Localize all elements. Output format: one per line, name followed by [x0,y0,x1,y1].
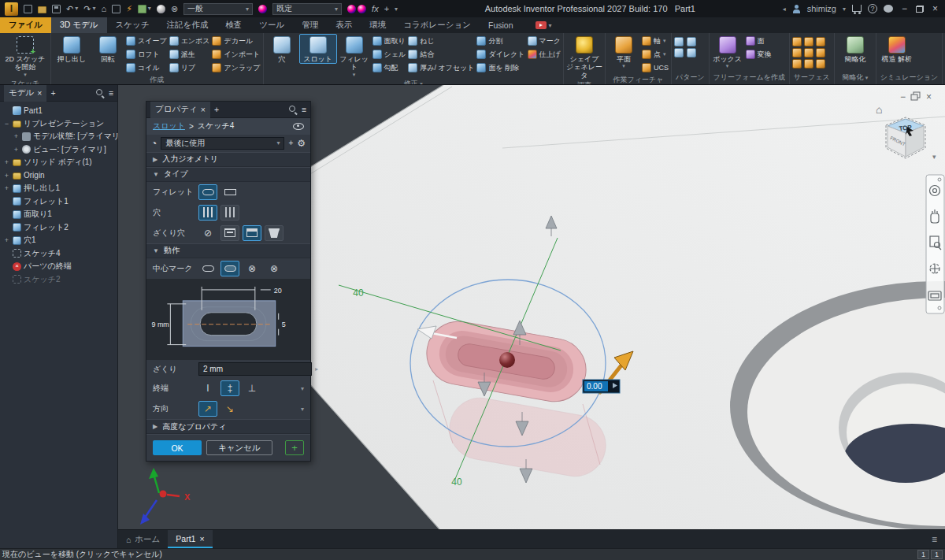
image-button[interactable]: ▾ [138,5,151,13]
stress-analysis-button[interactable]: 構造 解析 [879,35,915,63]
direction-default-toggle[interactable]: ↗ [198,401,217,417]
ruled-surface-icon[interactable] [816,48,825,57]
breadcrumb-slot-link[interactable]: スロット [153,121,185,132]
doc-minimize-icon[interactable]: − [900,91,906,102]
tree-item-model-state[interactable]: +モデル状態: [プライマリ] [3,130,117,143]
navigation-bar[interactable] [926,175,944,313]
tree-item-part1[interactable]: Part1 [3,104,117,117]
properties-search-icon[interactable] [289,106,298,114]
delete-face-button[interactable]: 面を 削除 [476,61,524,74]
viewcube-home-icon[interactable]: ⌂ [876,103,882,116]
tree-item-representations[interactable]: −リプレゼンテーション [3,117,117,131]
group-label-simplify[interactable]: 簡略化 ▾ [837,72,873,84]
sketch-pattern-icon[interactable] [687,48,696,57]
preset-dropdown[interactable]: 最後に使用▾ [161,137,284,150]
patch-icon[interactable] [804,37,813,46]
unwrap-button[interactable]: アンラップ [212,61,260,74]
paste-button[interactable] [112,5,120,13]
tab-collaborate[interactable]: コラボレーション [395,17,480,33]
color-sphere-icon[interactable] [258,5,267,13]
countersink-toggle[interactable] [265,225,284,241]
dimension-label-b[interactable]: 40 [451,477,462,488]
offset-value[interactable]: 0.00 [587,382,602,391]
termination-through-toggle[interactable]: Ι [198,380,217,396]
fillet-button[interactable]: フィレット▾ [339,35,370,78]
browser-add-tab-button[interactable]: + [50,88,55,98]
material-sphere-icon[interactable] [157,5,165,13]
tree-item-extrusion1[interactable]: +押し出し1 [3,182,117,195]
tab-manage[interactable]: 管理 [293,17,327,33]
doc-close-icon[interactable]: × [926,91,932,102]
status-badge-1[interactable]: 1 [917,550,929,559]
browser-menu-icon[interactable]: ≡ [109,88,113,98]
circular-pattern-icon[interactable] [674,48,684,57]
home-tab[interactable]: ⌂ ホーム [118,530,168,548]
group-label-modify[interactable]: 修正 ▾ [266,78,561,85]
stitch-icon[interactable] [792,37,802,46]
termination-midplane-toggle[interactable]: ‡ [220,380,239,396]
offset-value-box[interactable]: 0.00 [583,380,620,393]
trim-icon[interactable] [816,37,825,46]
draft-button[interactable]: 勾配 [372,61,406,74]
user-avatar[interactable] [792,5,801,13]
decal-button[interactable]: デカール [212,35,260,47]
untrim-icon[interactable] [792,59,802,69]
preset-add-button[interactable]: + [288,139,293,147]
centermark-center-toggle[interactable] [220,261,239,276]
centermark-ends-toggle[interactable]: ⊗ [243,261,261,276]
tab-fusion[interactable]: Fusion [480,17,522,33]
sculpt-icon[interactable] [804,48,813,57]
tab-environments[interactable]: 環境 [361,17,395,33]
tree-item-hole1[interactable]: +穴1 [3,234,117,247]
tab-tools[interactable]: ツール [250,17,293,33]
direction-flip-toggle[interactable]: ↘ [220,401,239,417]
inventor-app-icon[interactable]: I [5,2,18,16]
close-button[interactable]: × [930,3,940,14]
combine-button[interactable]: 結合 [408,48,474,61]
tree-item-view[interactable]: +ビュー: [プライマリ] [3,143,117,157]
counterbore-toggle[interactable] [243,225,261,241]
hole-button[interactable]: 穴 [266,35,298,63]
spotface-toggle[interactable] [220,225,239,241]
coil-button[interactable]: コイル [126,61,167,74]
fit-mesh-icon[interactable] [816,59,825,69]
ok-button[interactable]: OK [153,440,202,455]
dimension-label-a[interactable]: 40 [353,287,364,299]
section-behavior[interactable]: ▼動作 [146,243,310,258]
direct-button[interactable]: ダイレクト [476,48,524,61]
freeform-face-button[interactable]: 面 [746,35,772,47]
slot-inner-dim[interactable]: 5 [282,320,286,328]
tab-annotate[interactable]: 注記を作成 [158,17,217,33]
hole-depth-toggle[interactable] [220,205,239,221]
section-type[interactable]: ▼タイプ [146,167,310,182]
ucs-button[interactable]: UCS [642,61,669,74]
add-quick-access-button[interactable]: + [384,5,389,13]
rectangular-pattern-icon[interactable] [674,37,684,46]
browser-tab-model[interactable]: モデル × [4,85,46,102]
tab-view[interactable]: 表示 [327,17,361,33]
tree-item-sketch2[interactable]: スケッチ2 [3,273,117,287]
spotface-depth-input[interactable] [198,362,312,376]
tree-item-origin[interactable]: +Origin [3,169,117,183]
new-file-button[interactable] [24,5,32,13]
part1-tab-close-icon[interactable]: × [199,534,204,543]
store-cart-icon[interactable] [852,5,862,12]
adjust-sphere-icon[interactable] [347,5,366,13]
properties-menu-icon[interactable]: ≡ [302,105,306,114]
cancel-button[interactable]: キャンセル [206,440,272,455]
tab-sketch[interactable]: スケッチ [107,17,158,33]
extend-icon[interactable] [792,48,802,57]
user-name[interactable]: shimizg [807,4,836,13]
assistant-icon[interactable] [884,5,893,13]
parameters-fx-button[interactable]: fx [372,5,379,13]
hole-through-toggle[interactable] [198,205,217,221]
repair-icon[interactable] [804,59,813,69]
simplify-button[interactable]: 簡略化 [837,35,873,63]
tab-inspect[interactable]: 検査 [217,17,250,33]
finish-button[interactable]: 仕上げ [528,48,561,61]
chamfer-button[interactable]: 面取り [372,35,406,47]
tab-3d-model[interactable]: 3D モデル [51,17,107,33]
cbore-none-toggle[interactable]: ⊘ [198,225,217,241]
emboss-button[interactable]: エンボス [169,35,210,47]
no-material-icon[interactable]: ⊗ [171,5,178,13]
